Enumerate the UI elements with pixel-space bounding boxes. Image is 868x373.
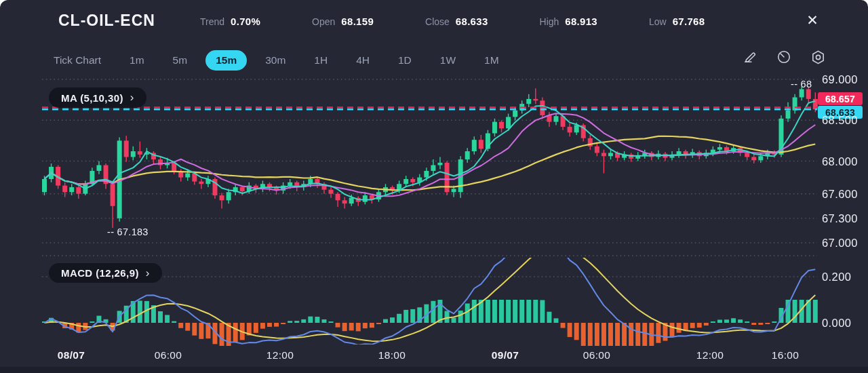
- stat-label: Open: [312, 16, 335, 27]
- chevron-right-icon: ›: [130, 91, 134, 104]
- macd-indicator-label: MACD (12,26,9): [61, 267, 139, 279]
- timeframe-30m[interactable]: 30m: [255, 50, 296, 71]
- stat-value: 0.70%: [231, 16, 260, 27]
- stat-value: 68.159: [341, 16, 374, 27]
- macd-tick-label: 0.200: [822, 271, 851, 283]
- ohlc-stats: Trend0.70%Open68.159Close68.633High68.91…: [200, 16, 705, 27]
- price-tick-label: 67.300: [822, 212, 858, 225]
- chevron-right-icon: ›: [146, 267, 150, 280]
- stat-label: High: [540, 16, 559, 27]
- time-tick-label: 06:00: [583, 349, 610, 361]
- timeframe-1d[interactable]: 1D: [388, 50, 422, 71]
- stat-close: Close68.633: [425, 16, 488, 27]
- stat-value: 67.768: [673, 16, 705, 27]
- time-tick-label: 12:00: [267, 349, 294, 361]
- bottom-strip: [0, 367, 868, 373]
- timeframe-tick-chart[interactable]: Tick Chart: [43, 50, 111, 71]
- timeframe-1h[interactable]: 1H: [304, 50, 338, 71]
- settings-icon[interactable]: [810, 49, 826, 65]
- stat-value: 68.913: [565, 16, 597, 27]
- timeframe-4h[interactable]: 4H: [346, 50, 380, 71]
- time-tick-label: 18:00: [378, 349, 406, 361]
- close-icon[interactable]: ✕: [803, 11, 822, 30]
- time-tick-label: 16:00: [772, 349, 799, 361]
- price-tick-label: 69.000: [822, 73, 858, 86]
- timeframe-1w[interactable]: 1W: [430, 50, 466, 71]
- price-tick-label: 67.600: [822, 188, 858, 201]
- macd-indicator-pill[interactable]: MACD (12,26,9) ›: [49, 263, 162, 283]
- stat-open: Open68.159: [312, 16, 374, 27]
- stat-label: Low: [649, 16, 667, 27]
- price-tick-label: 68.500: [822, 114, 858, 127]
- ma-indicator-label: MA (5,10,30): [61, 92, 123, 104]
- macd-tick-label: 0.000: [822, 317, 851, 330]
- time-tick-label: 12:00: [696, 349, 724, 361]
- trading-chart-window: CL-OIL-ECN Trend0.70%Open68.159Close68.6…: [0, 0, 868, 373]
- time-tick-label: 09/07: [492, 349, 519, 361]
- stat-label: Trend: [200, 16, 224, 27]
- chart-tools: [742, 49, 826, 65]
- high-price-annotation: -- 68: [791, 79, 812, 90]
- ma-indicator-pill[interactable]: MA (5,10,30) ›: [49, 87, 146, 108]
- stat-high: High68.913: [540, 16, 597, 27]
- timeframe-15m[interactable]: 15m: [205, 50, 247, 71]
- price-tick-label: 68.000: [822, 155, 858, 168]
- clock-icon[interactable]: [776, 49, 792, 65]
- timeframe-1m[interactable]: 1M: [474, 50, 509, 71]
- stat-trend: Trend0.70%: [200, 16, 260, 27]
- upper-price-badge: 68.657: [818, 92, 863, 105]
- stat-label: Close: [425, 16, 450, 27]
- symbol-title: CL-OIL-ECN: [58, 12, 155, 30]
- chart-header: CL-OIL-ECN Trend0.70%Open68.159Close68.6…: [0, 0, 868, 39]
- timeframe-1m[interactable]: 1m: [119, 50, 155, 71]
- stat-value: 68.633: [456, 16, 488, 27]
- time-tick-label: 06:00: [155, 349, 182, 361]
- edit-icon[interactable]: [742, 49, 758, 65]
- timeframe-toolbar: Tick Chart1m5m15m30m1H4H1D1W1M: [43, 47, 517, 73]
- price-tick-label: 67.000: [822, 237, 858, 250]
- stat-low: Low67.768: [649, 16, 705, 27]
- timeframe-5m[interactable]: 5m: [163, 50, 198, 71]
- low-price-annotation: -- 67.183: [107, 227, 149, 237]
- time-tick-label: 08/07: [58, 349, 85, 361]
